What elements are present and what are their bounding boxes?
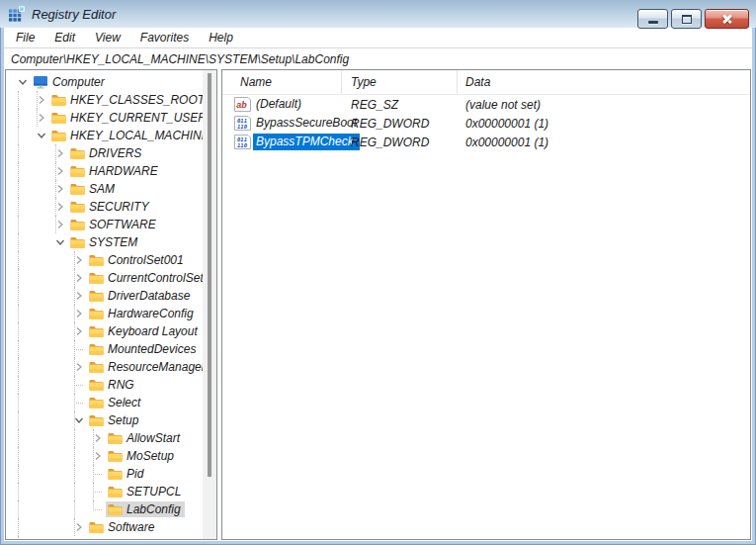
tree-item-wpa[interactable]: WPA [6, 536, 216, 540]
tree-node-body[interactable]: HARDWARE [68, 163, 162, 179]
tree-node-body[interactable]: HKEY_CURRENT_USER [49, 110, 210, 126]
tree-item-hardwareconfig[interactable]: HardwareConfig [6, 305, 216, 322]
tree-item-hkey-classes-root[interactable]: HKEY_CLASSES_ROOT [6, 91, 216, 109]
tree-expander[interactable] [51, 198, 68, 216]
tree-node-body[interactable]: LabConfig [106, 501, 185, 517]
tree-expander[interactable] [33, 109, 49, 127]
tree-expander[interactable] [70, 251, 87, 269]
column-header-type[interactable]: Type [342, 70, 458, 94]
tree-node-body[interactable]: AllowStart [106, 430, 184, 446]
tree-expander[interactable] [70, 287, 87, 305]
maximize-button[interactable] [671, 9, 702, 29]
tree-item-pid[interactable]: Pid [6, 465, 216, 483]
tree-item-keyboard-layout[interactable]: Keyboard Layout [6, 322, 216, 340]
tree-expander[interactable] [89, 429, 106, 447]
tree-expander[interactable] [51, 216, 68, 233]
tree-node-body[interactable]: HKEY_LOCAL_MACHINE [49, 128, 213, 143]
minimize-button[interactable] [637, 9, 668, 29]
tree-node-body[interactable]: WPA [87, 537, 137, 540]
tree-item-hkey-current-user[interactable]: HKEY_CURRENT_USER [6, 109, 216, 127]
tree-expander[interactable] [51, 180, 68, 198]
registry-values-pane[interactable]: NameTypeData ab(Default)REG_SZ(value not… [221, 69, 751, 540]
tree-node-body[interactable]: SYSTEM [68, 234, 141, 250]
tree-item-hkey-local-machine[interactable]: HKEY_LOCAL_MACHINE [6, 127, 216, 144]
tree-expander[interactable] [51, 233, 68, 251]
menu-item-favorites[interactable]: Favorites [130, 29, 199, 47]
tree-item-software[interactable]: SOFTWARE [6, 216, 216, 233]
tree-scrollbar-thumb[interactable] [208, 73, 211, 477]
tree-item-mounteddevices[interactable]: MountedDevices [6, 340, 216, 358]
tree-expander[interactable] [33, 127, 49, 144]
title-bar[interactable]: Registry Editor [0, 0, 756, 28]
tree-node-body[interactable]: DriverDatabase [87, 288, 194, 304]
tree-node-body[interactable]: MoSetup [106, 448, 178, 464]
tree-node-body[interactable]: MountedDevices [87, 341, 200, 357]
tree-node-body[interactable]: Computer [31, 74, 109, 90]
tree-expander[interactable] [14, 73, 31, 91]
address-path[interactable]: Computer\HKEY_LOCAL_MACHINE\SYSTEM\Setup… [11, 52, 349, 66]
tree-node-body[interactable]: ControlSet001 [87, 252, 188, 268]
tree-item-drivers[interactable]: DRIVERS [6, 144, 216, 162]
tree-expander[interactable] [70, 358, 87, 376]
tree-item-setupcl[interactable]: SETUPCL [6, 483, 216, 500]
menu-item-view[interactable]: View [85, 29, 130, 47]
registry-value-row-bypasssecureboot[interactable]: 011110BypassSecureBootREG_DWORD0x0000000… [222, 114, 750, 133]
tree-expander[interactable] [70, 322, 87, 340]
tree-item-system[interactable]: SYSTEM [6, 233, 216, 251]
tree-node-body[interactable]: HardwareConfig [87, 306, 198, 321]
tree-node-body[interactable]: SOFTWARE [68, 217, 160, 232]
registry-value-row--default-[interactable]: ab(Default)REG_SZ(value not set) [222, 95, 750, 114]
tree-expander[interactable] [70, 305, 87, 322]
tree-node-body[interactable]: SETUPCL [106, 484, 185, 500]
column-header-name[interactable]: Name [222, 70, 342, 94]
tree-item-security[interactable]: SECURITY [6, 198, 216, 216]
tree-node-body[interactable]: RNG [87, 377, 138, 393]
tree-guide-line [55, 162, 56, 180]
address-bar[interactable]: Computer\HKEY_LOCAL_MACHINE\SYSTEM\Setup… [4, 48, 752, 69]
tree-item-sam[interactable]: SAM [6, 180, 216, 198]
tree-expander[interactable] [70, 518, 87, 536]
tree-item-mosetup[interactable]: MoSetup [6, 447, 216, 465]
tree-node-body[interactable]: ResourceManager [87, 359, 210, 375]
tree-expander[interactable] [33, 91, 49, 109]
tree-item-currentcontrolset[interactable]: CurrentControlSet [6, 269, 216, 287]
menu-item-help[interactable]: Help [199, 29, 243, 47]
registry-tree-pane[interactable]: ComputerHKEY_CLASSES_ROOTHKEY_CURRENT_US… [5, 69, 217, 540]
tree-item-setup[interactable]: Setup [6, 411, 216, 429]
tree-node-body[interactable]: Software [87, 519, 158, 535]
tree-expander[interactable] [51, 162, 68, 180]
tree-expander[interactable] [70, 269, 87, 287]
tree-node-body[interactable]: DRIVERS [68, 145, 145, 161]
tree-item-resourcemanager[interactable]: ResourceManager [6, 358, 216, 376]
menu-item-file[interactable]: File [6, 29, 44, 47]
tree-node-body[interactable]: SAM [68, 181, 119, 197]
tree-expander[interactable] [89, 447, 106, 465]
tree-item-select[interactable]: Select [6, 394, 216, 411]
tree-node-body[interactable]: CurrentControlSet [87, 270, 208, 286]
tree-node-body[interactable]: Pid [106, 466, 147, 482]
tree-item-allowstart[interactable]: AllowStart [6, 429, 216, 447]
tree-indent [6, 385, 70, 386]
tree-expander[interactable] [70, 411, 87, 429]
tree-item-computer[interactable]: Computer [6, 73, 216, 91]
column-header-data[interactable]: Data [458, 70, 750, 94]
tree-scrollbar[interactable] [203, 70, 216, 539]
tree-item-hardware[interactable]: HARDWARE [6, 162, 216, 180]
menu-item-edit[interactable]: Edit [44, 29, 85, 47]
tree-item-rng[interactable]: RNG [6, 376, 216, 394]
tree-item-software[interactable]: Software [6, 518, 216, 536]
tree-node-label: Computer [52, 75, 105, 89]
tree-item-driverdatabase[interactable]: DriverDatabase [6, 287, 216, 305]
close-button[interactable] [705, 9, 749, 29]
tree-node-body[interactable]: HKEY_CLASSES_ROOT [49, 92, 209, 108]
tree-node-label: LabConfig [126, 502, 181, 516]
tree-expander[interactable] [51, 144, 68, 162]
tree-item-labconfig[interactable]: LabConfig [6, 500, 216, 518]
tree-node-body[interactable]: SECURITY [68, 199, 153, 215]
tree-node-body[interactable]: Keyboard Layout [87, 323, 202, 339]
tree-item-controlset001[interactable]: ControlSet001 [6, 251, 216, 269]
tree-expander[interactable] [70, 536, 87, 540]
registry-value-row-bypasstpmcheck[interactable]: 011110BypassTPMCheckREG_DWORD0x00000001 … [222, 133, 750, 151]
tree-node-body[interactable]: Setup [87, 412, 142, 428]
tree-node-body[interactable]: Select [87, 395, 144, 410]
